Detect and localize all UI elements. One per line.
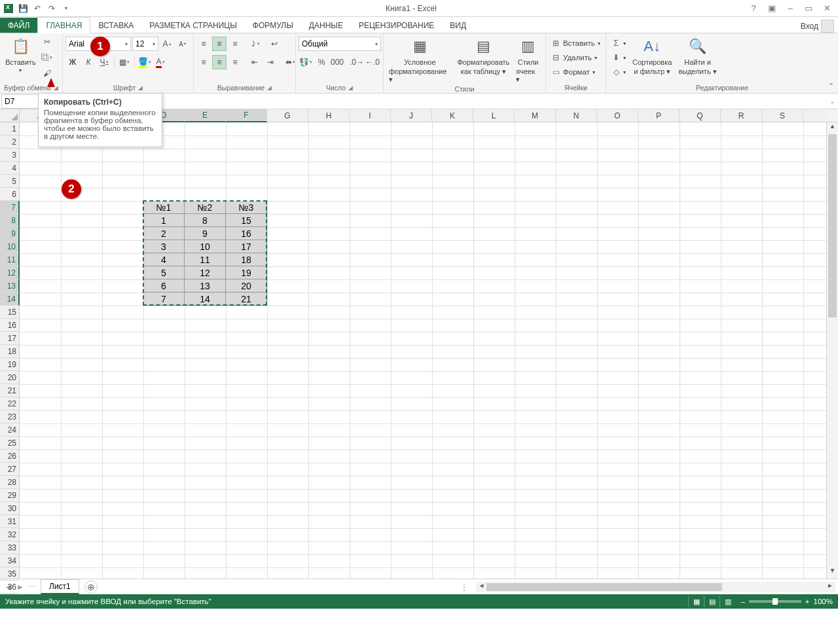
row-header[interactable]: 16	[0, 319, 19, 332]
currency-button[interactable]: 💱▾	[299, 55, 313, 69]
select-all-button[interactable]	[0, 109, 20, 122]
row-header[interactable]: 18	[0, 345, 19, 358]
row-header[interactable]: 24	[0, 423, 19, 437]
data-cell[interactable]: 2	[143, 227, 185, 240]
copy-button[interactable]: ⿻▾	[40, 50, 54, 65]
column-header[interactable]: I	[350, 109, 391, 122]
data-cell[interactable]: 8	[185, 214, 226, 227]
column-header[interactable]: K	[432, 109, 473, 122]
bold-button[interactable]: Ж	[65, 55, 80, 69]
data-cell[interactable]: 18	[226, 253, 267, 266]
zoom-in-icon[interactable]: +	[805, 598, 810, 605]
conditional-formatting-button[interactable]: ▦ Условное форматирование ▾	[386, 35, 453, 85]
sheet-tab[interactable]: Лист1	[41, 579, 79, 594]
number-format-input[interactable]: Общий▾	[299, 37, 381, 51]
data-cell[interactable]: 3	[143, 240, 185, 253]
row-header[interactable]: 29	[0, 489, 19, 502]
scroll-left-icon[interactable]: ◄	[476, 582, 486, 592]
data-cell[interactable]: 4	[143, 253, 185, 266]
view-pagebreak-icon[interactable]: ▥	[720, 596, 735, 607]
add-sheet-button[interactable]: ⊕	[84, 581, 98, 594]
tab-view[interactable]: ВИД	[442, 18, 474, 33]
dialog-launcher-icon[interactable]: ◢	[138, 84, 143, 91]
row-header[interactable]: 22	[0, 397, 19, 410]
ribbon-display-icon[interactable]: ▣	[766, 3, 778, 13]
save-icon[interactable]: 💾	[17, 3, 29, 14]
row-header[interactable]: 6	[0, 188, 19, 201]
underline-button[interactable]: Ч▾	[97, 55, 111, 69]
tab-home[interactable]: ГЛАВНАЯ	[37, 17, 90, 33]
data-cell[interactable]: №1	[143, 201, 185, 214]
data-cell[interactable]: 10	[185, 240, 226, 253]
tab-data[interactable]: ДАННЫЕ	[301, 18, 351, 33]
view-layout-icon[interactable]: ▤	[704, 596, 720, 607]
scroll-thumb[interactable]	[828, 134, 837, 317]
row-header[interactable]: 23	[0, 410, 19, 423]
data-cell[interactable]: 15	[226, 214, 267, 227]
increase-decimal-button[interactable]: .0→	[350, 55, 364, 69]
zoom-slider[interactable]	[749, 600, 801, 603]
column-header[interactable]: O	[597, 109, 638, 122]
row-header[interactable]: 28	[0, 476, 19, 489]
font-size-input[interactable]: 12▾	[132, 37, 158, 51]
row-header[interactable]: 19	[0, 358, 19, 371]
zoom-level[interactable]: 100%	[814, 598, 833, 605]
data-cell[interactable]: 21	[226, 293, 267, 306]
horizontal-scrollbar[interactable]: ◄ ►	[476, 582, 835, 592]
data-cell[interactable]: 1	[143, 214, 185, 227]
splitter-icon[interactable]: ⋮	[456, 582, 473, 592]
column-header[interactable]: J	[391, 109, 432, 122]
autosum-button[interactable]: Σ▾	[609, 36, 628, 50]
align-center-button[interactable]: ≡	[212, 55, 227, 69]
insert-cells-button[interactable]: ⊞Вставить▾	[549, 36, 603, 50]
data-cell[interactable]: 13	[185, 279, 226, 293]
paste-button[interactable]: 📋 Вставить▾	[3, 35, 39, 75]
data-cell[interactable]: 20	[226, 279, 267, 293]
row-header[interactable]: 3	[0, 149, 19, 162]
redo-icon[interactable]: ↷	[46, 3, 58, 14]
column-header[interactable]: P	[638, 109, 680, 122]
account-sign-in[interactable]: Вход	[797, 20, 838, 33]
help-icon[interactable]: ?	[748, 3, 759, 13]
column-header[interactable]: F	[226, 109, 267, 122]
row-header[interactable]: 14	[0, 293, 20, 306]
sort-filter-button[interactable]: A↓ Сортировка и фильтр ▾	[630, 35, 674, 77]
column-header[interactable]: H	[308, 109, 350, 122]
row-header[interactable]: 20	[0, 371, 19, 384]
data-cell[interactable]: 6	[143, 279, 185, 293]
orientation-button[interactable]: ⤸▾	[247, 37, 262, 51]
data-cell[interactable]: 9	[185, 227, 226, 240]
align-left-button[interactable]: ≡	[196, 55, 211, 69]
row-header[interactable]: 33	[0, 541, 19, 554]
tab-review[interactable]: РЕЦЕНЗИРОВАНИЕ	[351, 18, 442, 33]
comma-button[interactable]: 000	[330, 55, 344, 69]
data-cell[interactable]: №2	[185, 201, 226, 214]
row-header[interactable]: 17	[0, 332, 19, 345]
decrease-decimal-button[interactable]: ←.0	[365, 55, 380, 69]
row-header[interactable]: 12	[0, 266, 20, 279]
row-header[interactable]: 7	[0, 201, 20, 214]
fill-button[interactable]: ⬇▾	[609, 50, 628, 65]
qat-dropdown-icon[interactable]: ▾	[60, 3, 72, 14]
row-header[interactable]: 13	[0, 279, 20, 293]
row-header[interactable]: 15	[0, 306, 19, 319]
row-header[interactable]: 11	[0, 253, 20, 266]
font-color-button[interactable]: A▾	[153, 55, 168, 69]
row-header[interactable]: 31	[0, 515, 19, 528]
column-header[interactable]: M	[515, 109, 556, 122]
formula-bar[interactable]: №1	[88, 97, 826, 106]
scroll-right-icon[interactable]: ►	[825, 582, 835, 592]
align-bottom-button[interactable]: ≡	[228, 37, 242, 51]
tab-file[interactable]: ФАЙЛ	[0, 18, 37, 33]
column-header[interactable]: Q	[680, 109, 721, 122]
view-normal-icon[interactable]: ▦	[688, 596, 704, 607]
format-cells-button[interactable]: ▭Формат▾	[549, 65, 598, 79]
row-header[interactable]: 8	[0, 214, 20, 227]
data-cell[interactable]: 16	[226, 227, 267, 240]
find-select-button[interactable]: 🔍 Найти и выделить ▾	[676, 35, 719, 77]
close-icon[interactable]: ✕	[821, 3, 833, 13]
format-table-button[interactable]: ▤ Форматировать как таблицу ▾	[454, 35, 512, 77]
maximize-icon[interactable]: ▭	[803, 3, 814, 13]
tab-insert[interactable]: ВСТАВКА	[90, 18, 141, 33]
row-header[interactable]: 21	[0, 384, 19, 397]
